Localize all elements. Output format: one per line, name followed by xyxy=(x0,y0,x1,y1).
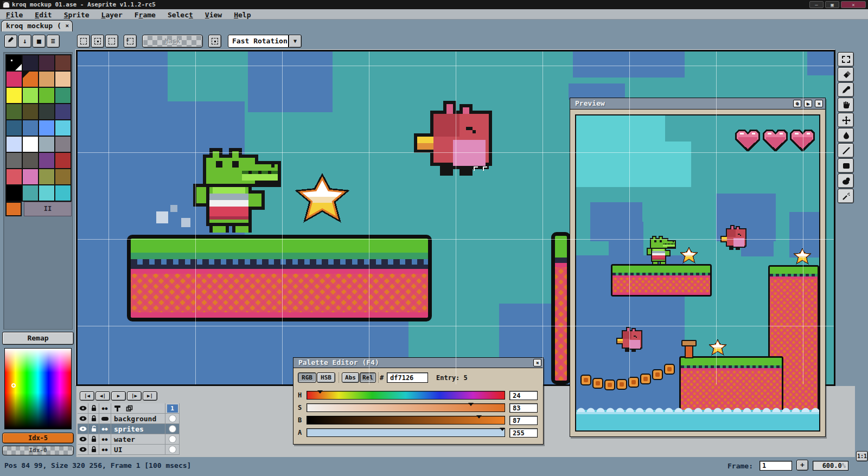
layer-name[interactable]: UI xyxy=(111,445,165,454)
continuous-icon[interactable]: ●● xyxy=(99,403,111,413)
menu-lines-button[interactable]: ≡ xyxy=(47,35,60,48)
layer-lock-toggle[interactable] xyxy=(88,445,99,454)
slider-marker-icon[interactable] xyxy=(468,403,474,406)
palette-swatch-22[interactable] xyxy=(39,137,54,152)
layer-continuous-toggle[interactable]: ●● xyxy=(99,445,111,454)
layer-cel[interactable] xyxy=(165,424,180,434)
palette-swatch-31[interactable] xyxy=(55,169,71,184)
next-frame-button[interactable]: |▶ xyxy=(127,391,142,401)
layer-cel[interactable] xyxy=(165,414,180,423)
tool-spray[interactable] xyxy=(838,189,854,203)
palette-swatch-28[interactable] xyxy=(7,169,22,184)
slider-value-S[interactable]: 83 xyxy=(509,403,538,413)
center-view-icon[interactable]: ⊕ xyxy=(793,100,801,107)
tool-eyedropper[interactable] xyxy=(838,82,854,97)
preview-close-icon[interactable]: × xyxy=(815,100,823,107)
slider-value-B[interactable]: 87 xyxy=(509,416,538,425)
slider-value-A[interactable]: 255 xyxy=(509,428,538,438)
layer-row-background[interactable]: background xyxy=(78,414,180,424)
layer-cel[interactable] xyxy=(165,445,180,454)
palette-swatch-34[interactable] xyxy=(39,185,54,201)
slider-track-B[interactable] xyxy=(307,416,505,424)
magic-select-button[interactable]: ✳ xyxy=(124,35,137,48)
slider-marker-icon[interactable] xyxy=(317,390,323,394)
palette-swatch-18[interactable] xyxy=(39,120,54,136)
prev-frame-button[interactable]: ◀| xyxy=(95,391,110,401)
select-add-button[interactable] xyxy=(91,35,104,48)
layer-lock-toggle[interactable] xyxy=(88,424,99,434)
rel-button[interactable]: Rel xyxy=(360,372,376,383)
palette-swatch-0[interactable] xyxy=(7,55,22,70)
hex-color-input[interactable] xyxy=(387,372,428,383)
palette-swatch-10[interactable] xyxy=(39,88,54,103)
slider-track-H[interactable] xyxy=(307,391,505,400)
layer-continuous-toggle[interactable]: ●● xyxy=(99,424,111,434)
slider-marker-icon[interactable] xyxy=(476,415,482,419)
slider-value-H[interactable]: 24 xyxy=(509,391,538,400)
palette-swatch-4[interactable] xyxy=(7,72,22,87)
layer-lock-toggle[interactable] xyxy=(88,414,99,423)
palette-swatch-23[interactable] xyxy=(55,137,71,152)
minimize-button[interactable]: – xyxy=(809,1,824,8)
layer-cel[interactable] xyxy=(165,434,180,444)
index-0-color-button[interactable]: Idx-0 xyxy=(2,446,74,455)
palette-rest-bar[interactable]: II xyxy=(24,202,72,216)
layer-name[interactable]: background xyxy=(111,414,165,423)
add-frame-button[interactable]: + xyxy=(796,460,808,471)
palette-swatch-21[interactable] xyxy=(23,137,38,152)
palette-swatch-14[interactable] xyxy=(39,104,54,119)
tool-eraser[interactable] xyxy=(838,67,854,82)
palette-swatch-30[interactable] xyxy=(39,169,54,184)
spectrum-cursor[interactable] xyxy=(11,383,16,388)
layer-lock-toggle[interactable] xyxy=(88,434,99,444)
preview-titlebar[interactable]: Preview ⊕ ▶ × xyxy=(570,98,825,109)
layer-continuous-toggle[interactable] xyxy=(99,414,111,423)
palette-swatch-32[interactable] xyxy=(7,185,22,201)
tool-rect-select[interactable] xyxy=(838,52,854,67)
rgb-button[interactable]: RGB xyxy=(298,372,316,383)
layer-row-sprites[interactable]: ●●sprites xyxy=(78,424,180,434)
palette-swatch-29[interactable] xyxy=(23,169,38,184)
layer-visible-toggle[interactable] xyxy=(78,434,88,444)
layer-row-water[interactable]: ●●water xyxy=(78,434,180,445)
eye-icon[interactable] xyxy=(78,403,88,413)
rotation-algorithm-select[interactable]: Fast Rotation xyxy=(228,35,289,48)
tab-close-icon[interactable]: × xyxy=(65,22,69,29)
palette-swatch-13[interactable] xyxy=(23,104,38,119)
palette-swatch-3[interactable] xyxy=(55,55,71,70)
tool-paint-bucket[interactable] xyxy=(838,128,854,143)
tool-hand[interactable] xyxy=(838,98,854,112)
cel-icon[interactable] xyxy=(169,446,176,453)
arrow-down-button[interactable]: ↓ xyxy=(18,35,31,48)
slider-track-A[interactable] xyxy=(307,428,505,437)
tool-rectangle[interactable] xyxy=(838,158,854,173)
tool-move[interactable] xyxy=(838,113,854,127)
cel-icon[interactable] xyxy=(169,415,176,422)
palette-swatch-15[interactable] xyxy=(55,104,71,119)
slider-track-S[interactable] xyxy=(307,403,505,412)
palette-swatch-2[interactable] xyxy=(39,55,54,70)
palette-editor-titlebar[interactable]: Palette Editor (F4) × xyxy=(293,358,543,368)
palette-swatch-16[interactable] xyxy=(7,120,22,136)
frame-number-input[interactable] xyxy=(760,461,792,471)
timeline-header-row[interactable]: ●● 1 xyxy=(78,403,180,414)
palette-swatch-11[interactable] xyxy=(55,88,71,103)
palette-editor-close-icon[interactable]: × xyxy=(533,359,541,366)
maximize-button[interactable]: ▣ xyxy=(825,1,839,8)
tool-contour[interactable] xyxy=(838,173,854,188)
play-button[interactable]: ▶ xyxy=(111,391,126,401)
layer-row-UI[interactable]: ●●UI xyxy=(78,445,180,455)
layer-continuous-toggle[interactable]: ●● xyxy=(99,434,111,444)
foreground-color-swatch[interactable] xyxy=(5,202,22,216)
layer-name[interactable]: sprites xyxy=(111,424,165,434)
square-button[interactable]: ■ xyxy=(33,35,46,48)
palette-swatch-26[interactable] xyxy=(39,153,54,168)
grid-settings-button[interactable] xyxy=(208,35,221,48)
select-subtract-button[interactable] xyxy=(105,35,118,48)
frame-header-cell[interactable]: 1 xyxy=(165,403,180,413)
palette-swatch-24[interactable] xyxy=(7,153,22,168)
palette-swatch-9[interactable] xyxy=(23,88,38,103)
skip-to-end-button[interactable]: ▶| xyxy=(143,391,157,401)
palette-swatch-17[interactable] xyxy=(23,120,38,136)
play-icon[interactable]: ▶ xyxy=(804,100,812,107)
